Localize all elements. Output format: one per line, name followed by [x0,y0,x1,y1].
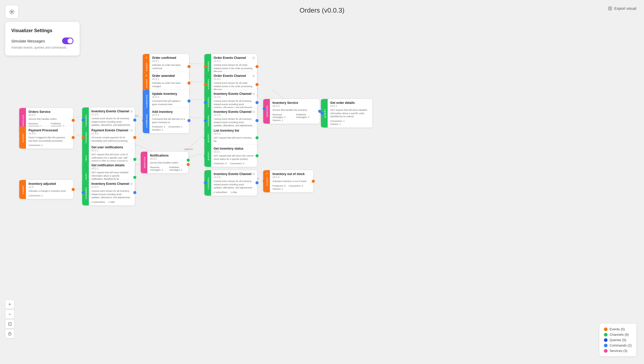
notif-service-desc: Service that handles orders [150,161,186,165]
lock-button[interactable] [5,329,14,338]
inv-ch-2-dot-out [255,119,259,122]
inv-ch-1-title: Inventory Events Channel [214,92,254,96]
inv-service-desc: Service that handles the inventory [272,108,312,112]
order-amended-title: Order amended [152,74,186,78]
event-icon-3: ⚡ [265,172,268,175]
inv-ch-2-version: v1.0.0 [214,114,254,116]
orders-service-dot [72,119,75,122]
get-order-details-node[interactable]: QUERY Get order details v0.0.1 GET reque… [321,99,372,128]
update-inventory-title: Update inventory [152,92,186,96]
get-user-notif-title: Get user notifications [91,145,132,149]
get-inv-status-desc: GET request that will return the current… [214,154,253,161]
inv-ch-bottom-dot-out [133,191,136,194]
inv-ch-bottom-dot-in [82,191,85,194]
get-order-details-title: Get order details [330,101,370,105]
payment-processed-dot [72,136,75,139]
order-ch-1-title: Order Events Channel [214,56,254,60]
inventory-service-node[interactable]: SERVICE Inventory Service v0.0.3 Service… [263,99,320,124]
legend-queries: Queries (5) [604,338,632,342]
inv-out-of-stock-node[interactable]: EVENT Inventory out of stock v0.0.4 Indi… [263,170,313,192]
map-controls: + − ⊡ [5,300,14,338]
orders-service-desc: Service that handles orders [29,117,68,121]
get-inv-status-version: v0.0.1 [214,150,254,153]
inv-ch-3-desc: Central event stream for all inventory-r… [214,180,253,189]
header: Orders (v0.0.3) Export visual [0,0,644,21]
requests-label-2: requests [184,148,193,150]
inv-ch-bottom-title: Inventory Events Channel [91,182,132,186]
get-inv-status-dot-out [255,154,259,157]
order-confirmed-desc: Indicates an order has been confirmed [152,63,186,70]
list-inventory-dot-in [204,136,207,139]
orders-service-version: v0.0.2 [29,114,71,116]
inv-service-title: Inventory Service [272,101,317,105]
get-order-details-version: v0.0.1 [330,105,370,107]
inv-ch-bottom-version: v1.0.0 [91,186,132,188]
inv-out-stock-dot-in [263,180,266,183]
inv-ch-left-dot-in [82,119,85,122]
notif-service-title: Notifications [150,154,186,157]
inv-service-dot-in [263,107,266,110]
simulate-toggle[interactable] [62,38,73,44]
notif-dot-out [187,159,190,162]
order-ch-1-expand[interactable]: ⊞ [252,56,255,60]
update-inventory-version: v0.0.3 [152,96,186,98]
get-user-notif-version: v0.3.1 [91,149,132,152]
legend-services: Services (3) [604,349,632,353]
inventory-adjusted-node[interactable]: EVENT Inventory adjusted v1.0 Indicates … [19,180,73,199]
get-notif-details-version: v0.0.1 [91,167,132,170]
export-button[interactable]: Export visual [608,6,636,11]
legend-commands-dot [604,344,608,347]
payment-processed-title: Payment Processed [29,129,71,132]
order-amended-dot [187,81,191,85]
add-inventory-desc: Command that will add item to a given in… [152,117,186,124]
order-ch-2-dot-in [204,83,207,86]
get-inventory-status-node[interactable]: QUERY Get inventory status v0.0.1 GET re… [204,145,257,167]
inv-ch-1-version: v1.0.0 [214,96,254,98]
inventory-events-channel-bottom-node[interactable]: CHANNEL Inventory Events Channel v1.0.0 … [82,180,135,205]
zoom-out-button[interactable]: − [5,310,14,319]
notifications-service-node[interactable]: SERVICE Notifications v0.0.2 Service tha… [141,152,188,173]
notif-dot-out-2 [187,163,190,166]
add-inventory-title: Add inventory [152,110,186,114]
inv-ch-2-expand[interactable]: ⊞ [252,110,255,114]
payment-processed-version: v1.0.0 [29,132,71,135]
inv-ch-left-expand[interactable]: ⊞ [130,110,133,113]
canvas: invokes command receives event receives … [0,21,644,364]
inv-out-stock-title: Inventory out of stock [272,172,311,176]
inv-ch-bottom-expand[interactable]: ⊞ [130,182,133,186]
inv-ch-3-dot-out [255,181,259,184]
payment-ch-expand[interactable]: ⊞ [130,129,133,132]
list-inventory-dot-out [255,136,259,139]
legend: Events (5) Channels (8) Queries (5) Comm… [599,324,636,356]
inv-ch-left-dot-out [133,119,136,122]
zoom-in-button[interactable]: + [5,300,14,309]
add-inventory-node[interactable]: COMMAND Add inventory v0.0.4 Command tha… [143,108,189,133]
fit-button[interactable]: ⊡ [5,319,14,329]
inv-events-ch-3-node[interactable]: CHANNEL Inventory Events Channel v1.0.0 … [204,170,257,196]
legend-channels: Channels (8) [604,333,632,336]
get-notif-details-title: Get notification details [91,163,132,167]
legend-queries-label: Queries (5) [610,338,626,342]
inv-ch-3-version: v1.0.0 [214,176,254,179]
order-ch-1-dot-out [255,65,259,68]
add-inventory-version: v0.0.4 [152,114,186,116]
order-ch-1-version: v1.0.1 [214,60,254,62]
payment-processed-node[interactable]: EVENT Payment Processed v1.0.0 Event is … [19,126,73,149]
inv-ch-2-desc: Central event stream for all inventory-r… [214,117,253,127]
inv-ch-2-dot-in [204,119,207,122]
get-inv-status-title: Get inventory status [214,147,254,150]
inv-ch-1-expand[interactable]: ⊞ [252,92,255,96]
payment-ch-title: Payment Events Channel [91,129,132,132]
order-ch-2-version: v1.0.1 [214,78,254,80]
orders-service-title: Orders Service [29,110,71,114]
order-ch-2-expand[interactable]: ⊞ [252,74,255,78]
inventory-adjusted-version: v1.0 [29,186,71,188]
simulate-desc: Animate events, queries and commands. [11,46,73,49]
add-inventory-dot-out [187,119,191,122]
inv-out-stock-desc: Indicates inventory is out of stock [272,180,311,183]
get-notif-details-dot [133,176,136,179]
settings-button[interactable] [5,5,18,19]
notif-service-version: v0.0.2 [150,157,186,160]
legend-services-dot [604,349,608,353]
inv-ch-3-expand[interactable]: ⊞ [252,172,255,176]
